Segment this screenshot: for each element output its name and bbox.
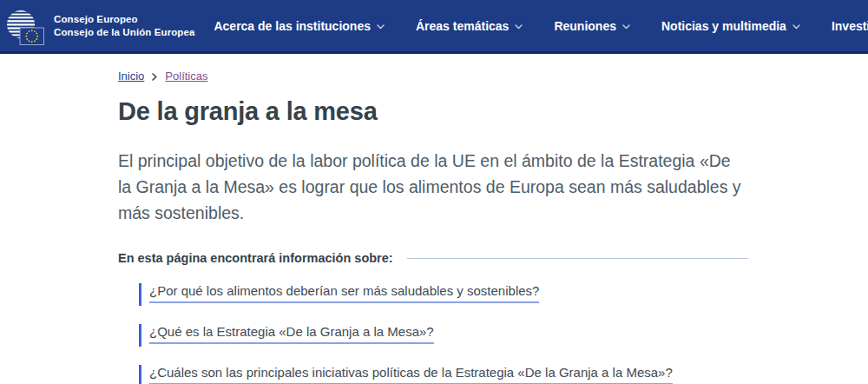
anchor-link-por-que[interactable]: ¿Por qué los alimentos deberían ser más … [149, 283, 539, 303]
main-nav: Acerca de las instituciones Áreas temáti… [214, 19, 868, 33]
anchor-accent-bar [139, 365, 141, 384]
logo-text: Consejo Europeo Consejo de la Unión Euro… [54, 13, 194, 38]
logo-line1: Consejo Europeo [54, 13, 194, 26]
nav-item-investigacion[interactable]: Investigación y publicaciones [832, 19, 868, 33]
breadcrumb: Inicio Políticas [118, 70, 748, 83]
list-item: ¿Por qué los alimentos deberían ser más … [139, 283, 748, 306]
list-item: ¿Cuáles son las principales iniciativas … [139, 365, 748, 384]
nav-item-noticias[interactable]: Noticias y multimedia [661, 19, 800, 33]
anchor-accent-bar [139, 283, 141, 306]
nav-item-label: Áreas temáticas [416, 19, 509, 33]
chevron-right-icon [152, 73, 157, 81]
on-this-page-section: En esta página encontrará información so… [118, 251, 748, 265]
nav-item-label: Noticias y multimedia [661, 19, 786, 33]
council-logo[interactable]: Consejo Europeo Consejo de la Unión Euro… [6, 6, 194, 46]
nav-item-label: Acerca de las instituciones [214, 19, 371, 33]
chevron-down-icon [792, 24, 800, 30]
anchor-link-iniciativas[interactable]: ¿Cuáles son las principales iniciativas … [149, 365, 673, 384]
anchor-accent-bar [139, 324, 141, 347]
page-title: De la granja a la mesa [118, 97, 748, 126]
breadcrumb-link-inicio[interactable]: Inicio [118, 70, 144, 83]
page-content: Inicio Políticas De la granja a la mesa … [118, 70, 748, 384]
breadcrumb-link-politicas[interactable]: Políticas [165, 70, 207, 83]
chevron-down-icon [515, 24, 523, 30]
nav-item-instituciones[interactable]: Acerca de las instituciones [214, 19, 385, 33]
anchor-link-list: ¿Por qué los alimentos deberían ser más … [139, 283, 748, 384]
horizontal-rule [407, 258, 748, 259]
nav-item-reuniones[interactable]: Reuniones [554, 19, 630, 33]
nav-item-label: Reuniones [554, 19, 616, 33]
site-header: Consejo Europeo Consejo de la Unión Euro… [0, 0, 868, 54]
anchor-link-que-es[interactable]: ¿Qué es la Estrategia «De la Granja a la… [149, 324, 434, 344]
nav-item-label: Investigación y publicaciones [832, 19, 868, 33]
council-logo-icon [6, 6, 46, 46]
lead-paragraph: El principal objetivo de la labor políti… [118, 148, 748, 226]
chevron-down-icon [377, 24, 385, 30]
chevron-down-icon [622, 24, 630, 30]
on-this-page-label: En esta página encontrará información so… [118, 251, 393, 265]
logo-line2: Consejo de la Unión Europea [54, 26, 194, 39]
list-item: ¿Qué es la Estrategia «De la Granja a la… [139, 324, 748, 347]
nav-item-areas-tematicas[interactable]: Áreas temáticas [416, 19, 523, 33]
